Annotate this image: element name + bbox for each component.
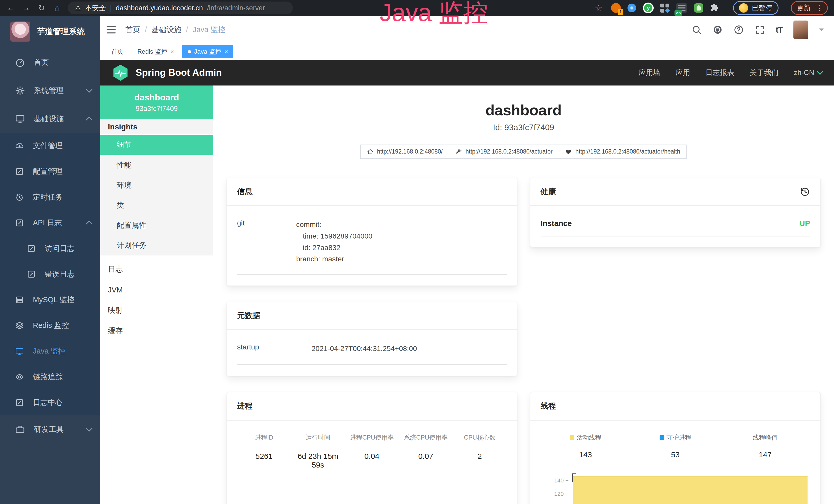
sba-nav-journal[interactable]: 日志报表 [706,68,734,77]
browser-forward-icon[interactable] [22,3,31,13]
insights-item-config-props[interactable]: 配置属性 [100,215,213,235]
history-icon[interactable] [800,187,810,197]
system-cpu: 0.07 [399,452,453,469]
github-icon[interactable] [712,25,723,35]
sidebar-item-tracing[interactable]: 链路追踪 [0,364,100,390]
monitor-icon [15,114,25,124]
fullscreen-icon[interactable] [755,25,765,35]
sidebar-item-home[interactable]: 首页 [0,48,100,76]
sidebar-toggle-icon[interactable] [106,24,117,35]
sba-brand-title[interactable]: Spring Boot Admin [136,67,222,78]
instance-header[interactable]: dashboard 93a3fc7f7409 [100,86,213,119]
insights-item-metrics[interactable]: 性能 [100,155,213,175]
extension-person-icon[interactable] [694,3,703,13]
section-caches[interactable]: 缓存 [100,321,213,341]
app-logo-row: 芋道管理系统 [0,16,100,48]
sidebar-item-error-logs[interactable]: 错误日志 [0,261,100,287]
insights-item-details[interactable]: 细节 [100,135,213,155]
sidebar-item-label: 错误日志 [45,269,74,279]
insights-item-scheduled-tasks[interactable]: 计划任务 [100,235,213,255]
process-table: 进程ID 运行时间 进程CPU使用率 系统CPU使用率 CPU核心数 5261 … [237,433,507,469]
search-icon[interactable] [692,25,702,35]
sidebar-item-label: MySQL 监控 [33,295,74,305]
legend-live-threads: 活动线程 [541,433,631,442]
page-instance-id: Id: 93a3fc7f7409 [213,123,834,132]
sidebar-item-label: 访问日志 [45,244,74,254]
section-jvm[interactable]: JVM [100,280,213,300]
extension-badge: 1 [618,9,623,15]
info-card: 信息 git commit: time: 1596289704000 id: 2… [226,178,517,286]
insights-item-environment[interactable]: 环境 [100,175,213,196]
extension-pin-icon[interactable] [628,4,636,12]
bookmark-star-icon[interactable] [595,3,602,13]
sidebar-item-dev-tools[interactable]: 研发工具 [0,415,100,444]
sidebar-item-label: 系统管理 [34,86,64,96]
instance-name: dashboard [134,92,179,102]
close-icon[interactable] [224,48,228,55]
help-icon[interactable] [733,25,744,35]
actuator-url-button[interactable]: http://192.168.0.2:48080/actuator [449,144,559,159]
insights-item-classes[interactable]: 类 [100,196,213,215]
tab-label: Java 监控 [194,47,221,56]
chart-y-axis: 140 120 100 [541,477,568,504]
user-avatar[interactable] [793,21,808,39]
tab-redis-monitor[interactable]: Redis 监控 [132,45,179,58]
git-branch-line: branch: master [296,253,372,265]
sidebar-item-infrastructure[interactable]: 基础设施 [0,105,100,133]
service-url-button[interactable]: http://192.168.0.2:48080/ [360,144,449,159]
git-time-line: time: 1596289704000 [296,231,372,242]
extensions-puzzle-icon[interactable] [710,3,720,13]
extension-y-icon[interactable]: y [643,3,654,13]
user-menu-caret-icon[interactable] [819,28,824,31]
git-commit-line: commit: [296,219,372,231]
admin-sidebar: 芋道管理系统 首页 系统管理 基础设施 文件管理 配置管理 [0,16,100,504]
sidebar-item-java-monitor[interactable]: Java 监控 [0,338,100,364]
info-git-label: git [237,219,296,265]
section-mappings[interactable]: 映射 [100,300,213,321]
font-size-icon[interactable] [776,25,783,35]
edit-icon [15,398,24,407]
browser-home-icon[interactable] [52,3,62,13]
app-logo [10,22,30,42]
sidebar-item-label: 定时任务 [33,192,63,202]
sidebar-item-access-logs[interactable]: 访问日志 [0,236,100,261]
sidebar-item-system-mgmt[interactable]: 系统管理 [0,76,100,105]
browser-back-icon[interactable] [6,3,16,13]
health-url-button[interactable]: http://192.168.0.2:48080/actuator/health [559,144,686,159]
tab-home[interactable]: 首页 [106,45,129,58]
extension-grid-icon[interactable] [660,4,670,13]
page-title: dashboard [213,101,834,119]
sba-nav-about[interactable]: 关于我们 [750,68,778,77]
sidebar-item-file-mgmt[interactable]: 文件管理 [0,133,100,159]
sidebar-item-scheduled-tasks[interactable]: 定时任务 [0,184,100,210]
sidebar-item-mysql-monitor[interactable]: MySQL 监控 [0,287,100,313]
profile-paused-chip[interactable]: 已暂停 [733,1,778,15]
sidebar-item-api-logs[interactable]: API 日志 [0,210,100,236]
info-git-row: git commit: time: 1596289704000 id: 27aa… [237,219,507,275]
database-icon [15,295,24,304]
sidebar-item-label: 基础设施 [34,114,64,124]
sba-nav-wallboard[interactable]: 应用墙 [639,68,660,77]
sidebar-item-label: 文件管理 [33,141,63,151]
browser-reload-icon[interactable] [37,3,46,13]
sidebar-item-log-center[interactable]: 日志中心 [0,390,100,415]
extension-orange-icon[interactable]: 1 [611,3,621,13]
breadcrumb-home[interactable]: 首页 [125,25,147,35]
breadcrumb-infrastructure[interactable]: 基础设施 [152,25,188,35]
legend-label: 活动线程 [577,433,601,442]
sidebar-item-redis-monitor[interactable]: Redis 监控 [0,313,100,338]
close-icon[interactable] [170,48,174,55]
instance-id: 93a3fc7f7409 [136,105,178,113]
gear-icon [15,86,25,96]
tab-java-monitor[interactable]: Java 监控 [182,45,233,58]
section-logs[interactable]: 日志 [100,259,213,280]
card-title-text: 线程 [541,401,556,411]
instance-links: http://192.168.0.2:48080/ http://192.168… [213,144,834,159]
browser-menu-kebab-icon[interactable] [814,4,824,12]
address-bar[interactable]: 不安全 dashboard.yudao.iocoder.cn/infra/adm… [68,2,293,15]
sba-language-select[interactable]: zh-CN [794,69,822,77]
sba-nav-applications[interactable]: 应用 [676,68,690,77]
sidebar-item-config-mgmt[interactable]: 配置管理 [0,159,100,184]
extension-list-icon[interactable]: on [676,3,687,13]
chrome-update-button[interactable]: 更新 [791,1,828,15]
